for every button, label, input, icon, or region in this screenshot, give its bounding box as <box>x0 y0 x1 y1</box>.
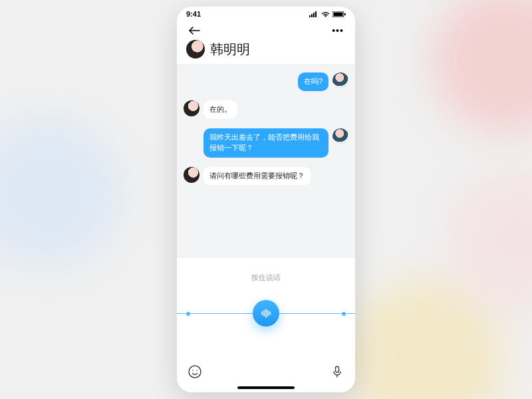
more-icon[interactable]: ••• <box>330 23 346 39</box>
bg-blob <box>0 120 120 266</box>
svg-point-12 <box>189 366 201 378</box>
svg-rect-1 <box>311 14 313 17</box>
message-row: 在的。 <box>184 100 348 119</box>
status-time: 9:41 <box>186 10 201 18</box>
message-row: 我昨天出差去了，能否把费用给我报销一下呢？ <box>184 128 348 158</box>
my-avatar[interactable] <box>332 128 348 144</box>
voice-record-button[interactable] <box>253 300 279 327</box>
battery-icon <box>332 11 346 17</box>
message-list[interactable]: 在吗? 在的。 我昨天出差去了，能否把费用给我报销一下呢？ 请问有哪些费用需要报… <box>177 65 355 258</box>
phone-frame: 9:41 ••• <box>177 7 355 392</box>
svg-point-14 <box>196 370 198 371</box>
their-avatar[interactable] <box>184 100 200 116</box>
message-row: 在吗? <box>184 72 348 91</box>
svg-rect-5 <box>334 12 343 16</box>
voice-waveline <box>177 300 355 327</box>
contact-avatar[interactable] <box>186 40 205 59</box>
voice-wave-icon <box>260 307 272 319</box>
message-bubble[interactable]: 在吗? <box>298 72 329 91</box>
contact-name: 韩明明 <box>210 41 250 59</box>
svg-rect-0 <box>309 15 311 17</box>
message-row: 请问有哪些费用需要报销呢？ <box>184 167 348 186</box>
message-bubble[interactable]: 请问有哪些费用需要报销呢？ <box>203 167 311 186</box>
svg-rect-15 <box>336 366 339 372</box>
svg-rect-2 <box>313 13 315 17</box>
svg-rect-6 <box>344 13 346 15</box>
signal-icon <box>309 11 319 17</box>
my-avatar[interactable] <box>332 72 348 88</box>
svg-point-13 <box>192 370 194 371</box>
wifi-icon <box>321 11 330 17</box>
back-icon[interactable] <box>186 23 202 39</box>
voice-input-panel: 按住说话 <box>177 258 355 392</box>
message-bubble[interactable]: 在的。 <box>203 100 237 119</box>
chat-header: ••• 韩明明 <box>177 21 355 65</box>
page-background: 9:41 ••• <box>0 0 532 399</box>
bg-blob <box>432 0 532 133</box>
emoji-icon[interactable] <box>188 364 202 379</box>
message-bubble[interactable]: 我昨天出差去了，能否把费用给我报销一下呢？ <box>203 128 329 158</box>
status-bar: 9:41 <box>177 7 355 21</box>
microphone-icon[interactable] <box>330 364 344 379</box>
home-indicator[interactable] <box>237 386 295 389</box>
svg-rect-3 <box>315 11 317 17</box>
their-avatar[interactable] <box>184 167 200 183</box>
voice-hint: 按住说话 <box>251 273 281 283</box>
